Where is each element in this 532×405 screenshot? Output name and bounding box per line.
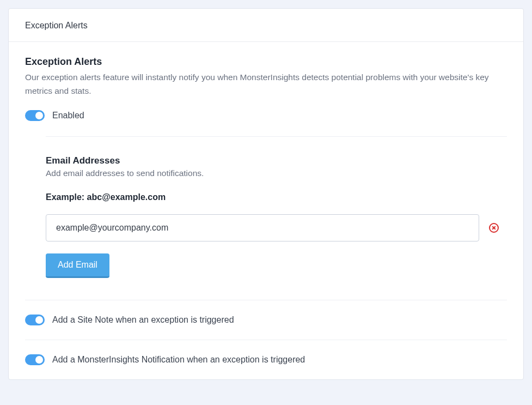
enabled-toggle[interactable] xyxy=(25,110,45,121)
toggle-knob xyxy=(35,316,43,324)
remove-email-button[interactable] xyxy=(489,223,499,233)
email-input-row xyxy=(46,214,507,241)
notification-toggle-row: Add a MonsterInsights Notification when … xyxy=(25,340,507,379)
site-note-label: Add a Site Note when an exception is tri… xyxy=(52,315,234,325)
toggle-knob xyxy=(35,112,43,119)
exception-alerts-panel: Exception Alerts Exception Alerts Our ex… xyxy=(8,8,524,380)
site-note-toggle[interactable] xyxy=(25,315,45,325)
panel-body: Exception Alerts Our exception alerts fe… xyxy=(9,42,523,379)
panel-header-title: Exception Alerts xyxy=(25,21,507,31)
toggle-knob xyxy=(35,356,43,364)
add-email-button[interactable]: Add Email xyxy=(46,253,109,278)
email-section-title: Email Addresses xyxy=(46,155,507,166)
section-description: Our exception alerts feature will instan… xyxy=(25,71,507,98)
email-addresses-section: Email Addresses Add email addresses to s… xyxy=(46,136,507,278)
panel-header: Exception Alerts xyxy=(9,9,523,42)
email-section-desc: Add email addresses to send notification… xyxy=(46,168,507,178)
site-note-toggle-row: Add a Site Note when an exception is tri… xyxy=(25,300,507,340)
notification-label: Add a MonsterInsights Notification when … xyxy=(52,355,305,365)
enabled-toggle-row: Enabled xyxy=(25,110,507,121)
enabled-label: Enabled xyxy=(52,111,84,120)
section-title: Exception Alerts xyxy=(25,56,507,68)
email-example-text: Example: abc@example.com xyxy=(46,192,507,202)
notification-toggle[interactable] xyxy=(25,354,45,365)
email-input[interactable] xyxy=(46,214,479,241)
